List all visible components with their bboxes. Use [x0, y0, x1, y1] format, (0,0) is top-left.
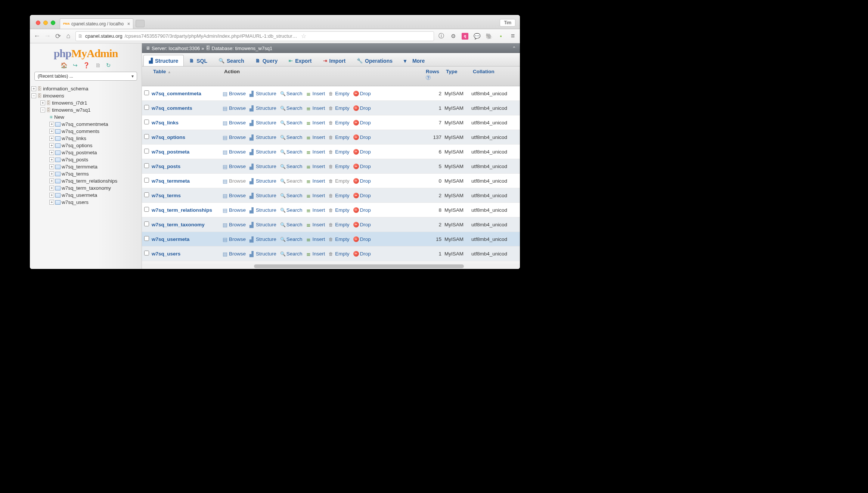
collapse-breadcrumb-icon[interactable]: ⌃	[512, 46, 516, 51]
empty-action[interactable]: Empty	[329, 222, 349, 227]
row-checkbox[interactable]	[144, 251, 149, 255]
search-action[interactable]: Search	[280, 105, 303, 111]
empty-action[interactable]: Empty	[329, 236, 349, 242]
drop-action[interactable]: −Drop	[353, 222, 371, 227]
search-action[interactable]: Search	[280, 178, 303, 184]
insert-action[interactable]: Insert	[306, 164, 325, 169]
browse-action[interactable]: Browse	[223, 236, 246, 242]
tree-table-node[interactable]: +w7sq_links	[31, 135, 140, 142]
search-action[interactable]: Search	[280, 134, 303, 140]
scrollbar-thumb[interactable]	[254, 264, 464, 268]
browse-action[interactable]: Browse	[223, 105, 246, 111]
table-name-link[interactable]: w7sq_usermeta	[152, 236, 223, 242]
insert-action[interactable]: Insert	[306, 222, 325, 227]
row-checkbox[interactable]	[144, 236, 149, 241]
drop-action[interactable]: −Drop	[353, 120, 371, 125]
empty-action[interactable]: Empty	[329, 134, 349, 140]
structure-action[interactable]: Structure	[249, 91, 276, 96]
expand-icon[interactable]: +	[49, 171, 54, 176]
profile-button[interactable]: Tim	[500, 19, 515, 27]
browse-action[interactable]: Browse	[223, 193, 246, 198]
back-button[interactable]: ←	[34, 32, 40, 40]
insert-action[interactable]: Insert	[306, 236, 325, 242]
breadcrumb-database[interactable]: Database: timowens_w7sq1	[212, 46, 273, 51]
drop-action[interactable]: −Drop	[353, 251, 371, 257]
structure-action[interactable]: Structure	[249, 164, 276, 169]
recent-tables-select[interactable]: (Recent tables) ...	[34, 72, 137, 81]
drop-action[interactable]: −Drop	[353, 193, 371, 198]
horizontal-scrollbar[interactable]	[142, 264, 520, 269]
table-name-link[interactable]: w7sq_commentmeta	[152, 91, 223, 96]
chrome-menu-icon[interactable]: ≡	[509, 33, 516, 40]
tab-query[interactable]: 🗎Query	[250, 55, 283, 66]
tab-export[interactable]: ⇤Export	[283, 55, 317, 66]
structure-action[interactable]: Structure	[249, 149, 276, 155]
insert-action[interactable]: Insert	[306, 149, 325, 155]
empty-action[interactable]: Empty	[329, 178, 349, 184]
close-tab-icon[interactable]: ×	[127, 21, 130, 27]
search-action[interactable]: Search	[280, 149, 303, 155]
bookmark-star-icon[interactable]: ☆	[301, 32, 306, 40]
structure-action[interactable]: Structure	[249, 193, 276, 198]
expand-icon[interactable]: +	[49, 129, 54, 134]
drop-action[interactable]: −Drop	[353, 236, 371, 242]
table-name-link[interactable]: w7sq_term_relationships	[152, 207, 223, 213]
col-type[interactable]: Type	[444, 66, 471, 86]
table-name-link[interactable]: w7sq_comments	[152, 105, 223, 111]
expand-icon[interactable]: +	[49, 164, 54, 169]
browse-action[interactable]: Browse	[223, 178, 246, 184]
expand-icon[interactable]: +	[49, 186, 54, 190]
expand-icon[interactable]: +	[49, 136, 54, 141]
tree-table-node[interactable]: +w7sq_postmeta	[31, 149, 140, 156]
table-name-link[interactable]: w7sq_links	[152, 120, 223, 125]
insert-action[interactable]: Insert	[306, 251, 325, 257]
structure-action[interactable]: Structure	[249, 134, 276, 140]
tree-table-node[interactable]: +w7sq_comments	[31, 128, 140, 135]
tree-table-node[interactable]: +w7sq_posts	[31, 156, 140, 163]
structure-action[interactable]: Structure	[249, 207, 276, 213]
structure-action[interactable]: Structure	[249, 105, 276, 111]
search-action[interactable]: Search	[280, 236, 303, 242]
empty-action[interactable]: Empty	[329, 91, 349, 96]
table-name-link[interactable]: w7sq_users	[152, 251, 223, 257]
info-extension-icon[interactable]: ⓘ	[438, 33, 444, 40]
row-checkbox[interactable]	[144, 192, 149, 197]
rows-help-icon[interactable]: ?	[426, 75, 431, 80]
search-action[interactable]: Search	[280, 207, 303, 213]
tree-node-timowens[interactable]: −🗄timowens	[31, 92, 140, 99]
table-name-link[interactable]: w7sq_termmeta	[152, 178, 223, 184]
row-checkbox[interactable]	[144, 90, 149, 95]
row-checkbox[interactable]	[144, 221, 149, 226]
expand-icon[interactable]: +	[49, 179, 54, 183]
drop-action[interactable]: −Drop	[353, 164, 371, 169]
expand-icon[interactable]: +	[49, 122, 54, 127]
table-name-link[interactable]: w7sq_posts	[152, 164, 223, 169]
drop-action[interactable]: −Drop	[353, 91, 371, 96]
empty-action[interactable]: Empty	[329, 207, 349, 213]
omnibox[interactable]: 🗎 cpanel.stateu.org/cpsess7453557907/3rd…	[75, 31, 434, 41]
tree-table-node[interactable]: +w7sq_commentmeta	[31, 121, 140, 128]
reload-nav-icon[interactable]: ↻	[106, 62, 111, 69]
structure-action[interactable]: Structure	[249, 120, 276, 125]
close-window-button[interactable]	[36, 21, 40, 25]
browse-action[interactable]: Browse	[223, 164, 246, 169]
browse-action[interactable]: Browse	[223, 134, 246, 140]
col-collation[interactable]: Collation	[471, 66, 520, 86]
extension-icon[interactable]: q	[462, 33, 468, 40]
drop-action[interactable]: −Drop	[353, 105, 371, 111]
drop-action[interactable]: −Drop	[353, 149, 371, 155]
evernote-extension-icon[interactable]: 🐘	[486, 33, 492, 40]
browse-action[interactable]: Browse	[223, 207, 246, 213]
search-action[interactable]: Search	[280, 91, 303, 96]
table-name-link[interactable]: w7sq_postmeta	[152, 149, 223, 155]
table-name-link[interactable]: w7sq_term_taxonomy	[152, 222, 223, 227]
structure-action[interactable]: Structure	[249, 178, 276, 184]
forward-button[interactable]: →	[44, 32, 51, 40]
search-action[interactable]: Search	[280, 222, 303, 227]
search-action[interactable]: Search	[280, 193, 303, 198]
col-rows[interactable]: Rows?	[424, 66, 444, 86]
reload-button[interactable]: ⟳	[55, 32, 61, 40]
row-checkbox[interactable]	[144, 163, 149, 168]
empty-action[interactable]: Empty	[329, 164, 349, 169]
empty-action[interactable]: Empty	[329, 149, 349, 155]
